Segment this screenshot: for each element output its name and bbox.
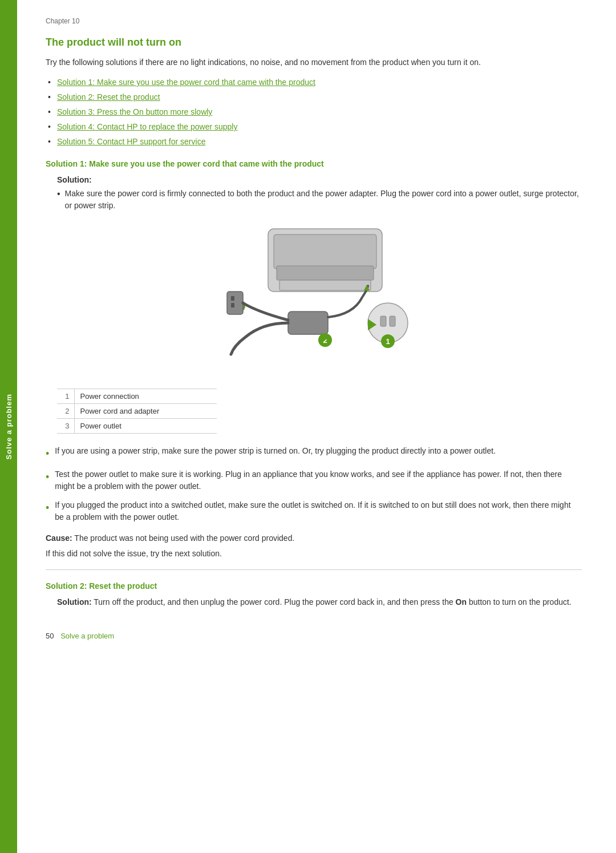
bullet-dot: • [46,470,49,485]
chapter-label: Chapter 10 [46,17,582,25]
solution1-link[interactable]: Solution 1: Make sure you use the power … [57,78,315,87]
diagram-svg: 1 2 3 [200,223,428,377]
solution5-link[interactable]: Solution 5: Contact HP support for servi… [57,137,205,146]
additional-bullets: • If you are using a power strip, make s… [46,445,582,523]
printer-diagram: 1 2 3 [46,223,582,377]
solution2-text: Solution: Turn off the product, and then… [46,596,582,608]
solution4-link[interactable]: Solution 4: Contact HP to replace the po… [57,122,237,131]
list-item: Solution 1: Make sure you use the power … [46,76,582,88]
callout-table: 1 Power connection 2 Power cord and adap… [57,389,217,434]
solution-label: Solution: [57,175,92,184]
callout-num: 3 [57,419,74,434]
page-title: The product will not turn on [46,37,582,48]
solution2-heading: Solution 2: Reset the product [46,581,582,591]
solution2-label: Solution: [57,597,92,607]
list-item: Solution 4: Contact HP to replace the po… [46,121,582,133]
list-item: Solution 5: Contact HP support for servi… [46,136,582,148]
svg-rect-18 [231,303,234,308]
cause-body: The product was not being used with the … [74,533,294,543]
svg-rect-1 [274,235,376,269]
side-tab-label: Solve a problem [5,394,13,459]
bullet-text: If you are using a power strip, make sur… [55,445,496,457]
list-item: Solution 2: Reset the product [46,91,582,103]
svg-text:1: 1 [386,337,390,346]
bullet-dot: • [46,446,49,462]
list-item: • If you are using a power strip, make s… [46,445,582,462]
bullet-dot: • [46,500,49,516]
svg-rect-4 [288,312,328,334]
footer-left: 50 Solve a problem [46,631,114,640]
table-row: 1 Power connection [57,389,217,404]
list-item: • If you plugged the product into a swit… [46,499,582,523]
solution2-body2: button to turn on the product. [467,597,572,607]
footer: 50 Solve a problem [46,631,582,640]
solution1-heading: Solution 1: Make sure you use the power … [46,159,582,168]
solution2-bold: On [456,597,467,607]
solution2-link[interactable]: Solution 2: Reset the product [57,92,160,102]
cause-label: Cause: [46,533,72,543]
bullet-text: Test the power outlet to make sure it is… [55,468,582,492]
cause-text: Cause: The product was not being used wi… [46,532,582,544]
list-item: Solution 3: Press the On button more slo… [46,106,582,118]
svg-rect-17 [231,296,234,301]
side-tab: Solve a problem [0,0,17,853]
svg-rect-8 [390,316,395,326]
bullet-dot: • [57,189,60,199]
solution3-link[interactable]: Solution 3: Press the On button more slo… [57,107,212,116]
list-item: • Test the power outlet to make sure it … [46,468,582,492]
main-content: Chapter 10 The product will not turn on … [17,0,616,853]
callout-num: 1 [57,389,74,404]
solution2-body: Turn off the product, and then unplug th… [94,597,455,607]
table-row: 3 Power outlet [57,419,217,434]
footer-text: Solve a problem [60,632,114,640]
section-divider [46,569,582,570]
svg-rect-16 [227,292,243,314]
callout-label: Power cord and adapter [74,404,217,419]
solutions-list: Solution 1: Make sure you use the power … [46,76,582,148]
solution1-bullet-text: Make sure the power cord is firmly conne… [65,188,582,212]
page-number: 50 [46,632,54,640]
svg-rect-7 [380,316,386,326]
svg-rect-2 [277,266,374,280]
bullet-text: If you plugged the product into a switch… [55,499,582,523]
intro-text: Try the following solutions if there are… [46,56,582,68]
callout-label: Power connection [74,389,217,404]
callout-num: 2 [57,404,74,419]
next-solution-text: If this did not solve the issue, try the… [46,549,582,558]
solution1-bullet-item: • Make sure the power cord is firmly con… [46,188,582,212]
callout-label: Power outlet [74,419,217,434]
table-row: 2 Power cord and adapter [57,404,217,419]
svg-rect-3 [279,280,371,290]
